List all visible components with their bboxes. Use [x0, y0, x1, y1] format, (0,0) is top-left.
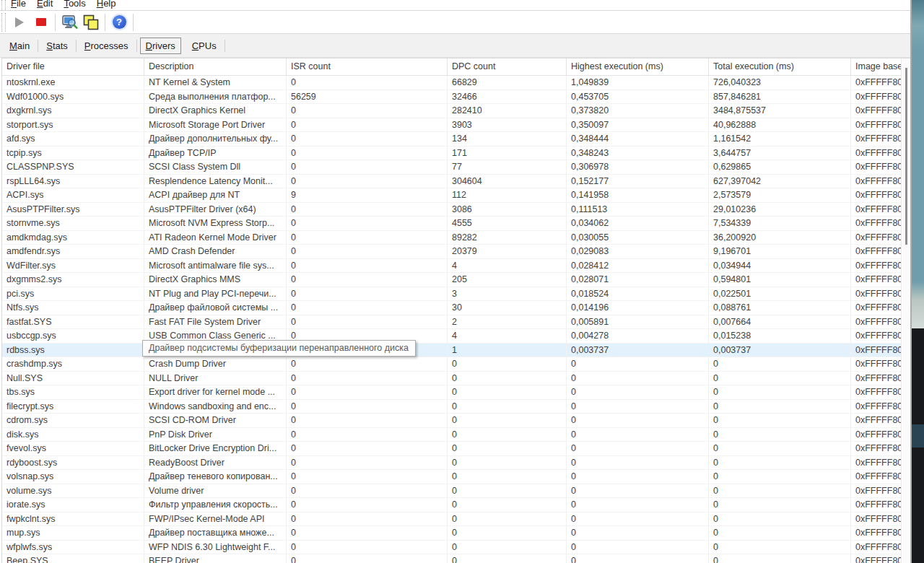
- table-cell: 0,350097: [567, 118, 709, 133]
- table-row[interactable]: tcpip.sysДрайвер TCP/IP01710,3482433,644…: [2, 147, 902, 161]
- tab-stats[interactable]: Stats: [41, 38, 73, 53]
- table-cell: 0,034944: [709, 259, 851, 274]
- table-cell: 0xFFFFF802: [851, 104, 902, 118]
- tab-drivers[interactable]: Drivers: [140, 38, 181, 54]
- table-row[interactable]: fwpkclnt.sysFWP/IPsec Kernel-Mode API000…: [2, 512, 902, 527]
- table-cell: BEEP Driver: [144, 554, 287, 563]
- column-header[interactable]: Description: [144, 58, 287, 76]
- toolbar-gripper[interactable]: [1, 0, 6, 10]
- column-header[interactable]: Image base: [851, 58, 902, 76]
- table-cell: 0,028412: [567, 259, 709, 274]
- table-row[interactable]: cdrom.sysSCSI CD-ROM Driver00000xFFFFF80…: [2, 414, 902, 428]
- table-row[interactable]: Beep.SYSBEEP Driver00000xFFFFF802: [2, 554, 902, 563]
- table-row[interactable]: ntoskrnl.exeNT Kernel & System0668291,04…: [2, 76, 902, 90]
- table-cell: 0xFFFFF802: [851, 498, 902, 512]
- table-cell: PnP Disk Driver: [144, 428, 287, 442]
- table-cell: 0: [709, 385, 851, 400]
- table-row[interactable]: WdFilter.sysMicrosoft antimalware file s…: [2, 259, 902, 274]
- tab-main[interactable]: Main: [4, 38, 35, 53]
- table-cell: 0,015238: [709, 329, 851, 344]
- table-row[interactable]: tbs.sysExport driver for kernel mode ...…: [2, 385, 902, 400]
- column-header[interactable]: Driver file: [2, 58, 144, 76]
- help-icon: ?: [113, 15, 126, 29]
- table-row[interactable]: filecrypt.sysWindows sandboxing and enc.…: [2, 400, 902, 414]
- table-row[interactable]: rdyboost.sysReadyBoost Driver00000xFFFFF…: [2, 456, 902, 471]
- analyze-button[interactable]: [60, 13, 79, 32]
- column-header[interactable]: Highest execution (ms): [567, 58, 709, 76]
- table-cell: 0: [287, 470, 448, 484]
- table-cell: amdfendr.sys: [2, 245, 144, 259]
- table-row[interactable]: pci.sysNT Plug and Play PCI-перечи...030…: [2, 287, 902, 302]
- table-cell: 0xFFFFF802: [851, 357, 902, 372]
- table-row[interactable]: Wdf01000.sysСреда выполнения платфор...5…: [2, 90, 902, 105]
- table-cell: 0: [448, 456, 567, 471]
- table-row[interactable]: volsnap.sysДрайвер теневого копирован...…: [2, 470, 902, 484]
- table-row[interactable]: storport.sysMicrosoft Storage Port Drive…: [2, 118, 902, 133]
- table-cell: 0: [709, 526, 851, 541]
- help-button[interactable]: ?: [110, 13, 128, 32]
- table-row[interactable]: afd.sysДрайвер дополнительных фу...01340…: [2, 132, 902, 147]
- menu-help[interactable]: Help: [95, 0, 118, 10]
- table-row[interactable]: Null.SYSNULL Driver00000xFFFFF802: [2, 372, 902, 386]
- table-row[interactable]: dxgmms2.sysDirectX Graphics MMS02050,028…: [2, 273, 902, 287]
- table-cell: 0: [567, 385, 709, 400]
- table-cell: 0: [287, 372, 448, 386]
- table-cell: 0: [567, 526, 709, 541]
- table-row[interactable]: disk.sysPnP Disk Driver00000xFFFFF802: [2, 428, 902, 442]
- table-row[interactable]: amdfendr.sysAMD Crash Defender0203790,02…: [2, 245, 902, 259]
- table-row[interactable]: volume.sysVolume driver00000xFFFFF802: [2, 484, 902, 499]
- table-cell: 77: [448, 160, 567, 175]
- start-monitor-button[interactable]: [10, 13, 29, 32]
- table-cell: 30: [448, 301, 567, 315]
- table-row[interactable]: usbccgp.sysUSB Common Class Generic ...0…: [2, 329, 902, 344]
- column-header[interactable]: Total execution (ms): [709, 58, 851, 76]
- table-cell: 0: [287, 203, 448, 217]
- table-cell: 0,004278: [567, 329, 709, 344]
- table-cell: Драйвер теневого копирован...: [144, 470, 287, 484]
- table-cell: 36,200920: [709, 231, 851, 245]
- table-cell: 0: [287, 428, 448, 442]
- table-row[interactable]: CLASSPNP.SYSSCSI Class System Dll0770,30…: [2, 160, 902, 175]
- table-cell: Microsoft antimalware file sys...: [144, 259, 287, 274]
- table-row[interactable]: rdbss.sys10,0037370,0037370xFFFFF802: [2, 344, 902, 358]
- table-cell: volsnap.sys: [2, 470, 144, 484]
- menu-tools[interactable]: Tools: [61, 0, 87, 10]
- vertical-scrollbar[interactable]: [901, 58, 911, 563]
- table-cell: 0,028071: [567, 273, 709, 287]
- tab-processes[interactable]: Processes: [79, 38, 134, 53]
- table-cell: 0: [709, 357, 851, 372]
- table-cell: 857,846281: [709, 90, 851, 105]
- table-cell: 0xFFFFF802: [851, 554, 902, 563]
- table-row[interactable]: fastfat.SYSFast FAT File System Driver02…: [2, 315, 902, 330]
- tab-cpus[interactable]: CPUs: [187, 38, 222, 53]
- table-row[interactable]: Ntfs.sysДрайвер файловой системы ...0300…: [2, 301, 902, 315]
- table-cell: 0: [567, 414, 709, 428]
- menu-edit[interactable]: Edit: [35, 0, 55, 10]
- table-cell: 0xFFFFF802: [851, 484, 902, 499]
- table-row[interactable]: mup.sysДрайвер поставщика множе...00000x…: [2, 526, 902, 541]
- table-row[interactable]: fvevol.sysBitLocker Drive Encryption Dri…: [2, 442, 902, 456]
- table-cell: 0xFFFFF802: [851, 175, 902, 189]
- table-row[interactable]: stornvme.sysMicrosoft NVM Express Storp.…: [2, 217, 902, 231]
- column-header[interactable]: DPC count: [448, 58, 567, 76]
- table-row[interactable]: amdkmdag.sysATI Radeon Kernel Mode Drive…: [2, 231, 902, 245]
- table-row[interactable]: wfplwfs.sysWFP NDIS 6.30 Lightweight F..…: [2, 541, 902, 555]
- table-cell: Ntfs.sys: [2, 301, 144, 315]
- table-cell: 4: [448, 259, 567, 274]
- windows-button[interactable]: [82, 13, 100, 32]
- toolbar-gripper[interactable]: [1, 13, 6, 32]
- table-row[interactable]: rspLLL64.sysResplendence Latency Monit..…: [2, 175, 902, 189]
- table-row[interactable]: crashdmp.sysCrash Dump Driver00000xFFFFF…: [2, 357, 902, 372]
- table-cell: AMD Crash Defender: [144, 245, 287, 259]
- stop-monitor-button[interactable]: [32, 13, 51, 32]
- table-cell: Resplendence Latency Monit...: [144, 175, 287, 189]
- table-row[interactable]: iorate.sysФильтр управления скорость...0…: [2, 498, 902, 512]
- yellow-squares-icon: [82, 14, 100, 30]
- table-cell: Wdf01000.sys: [2, 90, 144, 105]
- table-row[interactable]: AsusPTPFilter.sysAsusPTPFilter Driver (x…: [2, 203, 902, 217]
- menu-file[interactable]: File: [9, 0, 28, 10]
- column-header[interactable]: ISR count: [287, 58, 448, 76]
- table-row[interactable]: dxgkrnl.sysDirectX Graphics Kernel028241…: [2, 104, 902, 118]
- scrollbar-thumb[interactable]: [905, 68, 907, 245]
- table-row[interactable]: ACPI.sysACPI драйвер для NT91120,1419582…: [2, 188, 902, 203]
